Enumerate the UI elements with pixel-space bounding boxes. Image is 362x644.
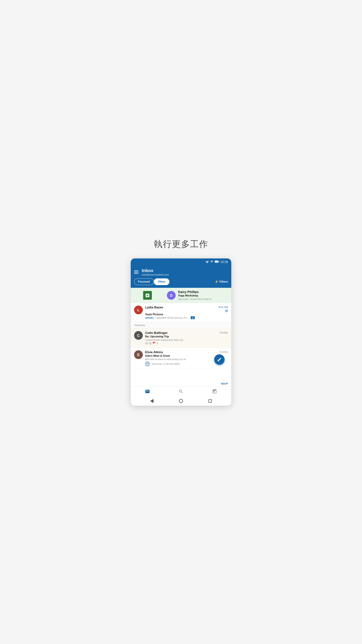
rsvp-label: RSVP [221, 382, 228, 385]
bolt-icon: ⚡ [215, 280, 218, 284]
avatar-colin: C [134, 331, 143, 340]
subject-colin: Re: Upcoming Trip [145, 335, 228, 338]
email-header-elvia: Elvia Atkins Sunday [145, 350, 228, 354]
email-header-lydia: Lydia Bauer 8:31 AM @ [145, 306, 228, 312]
archive-icon [143, 291, 152, 300]
email-body-lydia: Lydia Bauer 8:31 AM @ Team Pictures @Kat… [145, 306, 228, 319]
email-header-daisy: Daisy Phillips [178, 290, 229, 294]
avatar-daisy: D [167, 291, 176, 300]
badge-lydia: 2 [191, 316, 195, 319]
tabs-group: Focused Other [134, 278, 169, 285]
app-bar: Inbox katri@lucernpubintl.com [131, 266, 231, 278]
svg-text:E: E [137, 353, 140, 357]
email-item-lydia[interactable]: L Lydia Bauer 8:31 AM @ Team Pictures @K… [131, 303, 231, 322]
preview-daisy: Hey Katri, I know this is last m [178, 298, 229, 300]
email-item-daisy[interactable]: D Daisy Phillips Yoga Workshop Hey Katri… [131, 288, 231, 303]
subject-daisy: Yoga Workshop [178, 294, 229, 297]
android-nav-bar [131, 396, 231, 406]
hamburger-menu[interactable] [134, 270, 138, 274]
clip-icon-colin: 📎 [148, 342, 152, 345]
flag-icon-colin: 🚩 [152, 342, 156, 345]
at-icon-colin: @ [145, 342, 148, 345]
bottom-nav [131, 386, 231, 396]
inbox-info: Inbox katri@lucernpubintl.com [142, 268, 228, 276]
inbox-title: Inbox [142, 268, 228, 273]
icons-row-colin: @ 📎 🚩 3 [145, 342, 228, 345]
event-time-elvia: Tomorrow, 11:00 AM (30m) [151, 362, 180, 365]
nav-calendar[interactable] [212, 389, 217, 394]
time-lydia: 8:31 AM [219, 306, 228, 308]
section-date-yesterday: Yesterday [131, 322, 231, 328]
subject-lydia: Team Pictures [145, 313, 228, 316]
email-body-colin: Colin Ballinger Sunday Re: Upcoming Trip… [145, 331, 228, 345]
preview-colin: I found these restaurants near our... [145, 338, 228, 341]
sender-daisy: Daisy Phillips [178, 290, 199, 294]
svg-rect-1 [218, 261, 219, 262]
nav-search[interactable] [178, 389, 184, 394]
tab-other[interactable]: Other [154, 278, 169, 285]
preview-text-lydia: I uploaded all the pictures fro... [155, 316, 189, 319]
status-bar: 10:28 [131, 258, 231, 266]
phone-frame: 10:28 Inbox katri@lucernpubintl.com Focu… [131, 258, 231, 406]
time-elvia: Sunday [219, 350, 228, 353]
email-header-colin: Colin Ballinger Sunday [145, 331, 228, 335]
tabs-bar: Focused Other ⚡ Filters [131, 278, 231, 288]
battery-icon [215, 260, 219, 264]
svg-text:L: L [137, 308, 139, 312]
email-content-daisy: D Daisy Phillips Yoga Workshop Hey Katri… [164, 288, 231, 303]
email-list-container: D Daisy Phillips Yoga Workshop Hey Katri… [131, 288, 231, 406]
mention-lydia: @Katri, [145, 316, 154, 319]
compose-fab[interactable] [214, 354, 225, 365]
svg-text:C: C [137, 334, 140, 338]
email-item-colin[interactable]: C Colin Ballinger Sunday Re: Upcoming Tr… [131, 328, 231, 348]
sender-elvia: Elvia Atkins [145, 350, 163, 354]
calendar-icon-elvia [145, 362, 150, 366]
sender-colin: Colin Ballinger [145, 331, 168, 335]
wifi-icon [205, 260, 209, 264]
page-title: 執行更多工作 [154, 238, 208, 250]
sender-lydia: Lydia Bauer [145, 306, 163, 309]
nav-mail[interactable] [145, 389, 150, 394]
signal-icon [210, 260, 213, 264]
android-back-button[interactable] [150, 399, 153, 403]
count-colin: 3 [157, 342, 158, 345]
at-mention-icon-lydia: @ [225, 309, 228, 312]
avatar-elvia: E [134, 350, 143, 359]
filters-button[interactable]: ⚡ Filters [215, 280, 228, 284]
email-body-daisy: Daisy Phillips Yoga Workshop Hey Katri, … [178, 290, 229, 300]
android-recents-button[interactable] [209, 399, 212, 403]
status-time: 10:28 [220, 260, 228, 264]
swipe-archive-action [131, 288, 164, 303]
svg-text:D: D [170, 293, 173, 298]
android-home-button[interactable] [179, 399, 183, 403]
svg-rect-2 [215, 261, 218, 262]
tab-focused[interactable]: Focused [134, 278, 154, 285]
avatar-lydia: L [134, 306, 143, 314]
preview-lydia: @Katri, I uploaded all the pictures fro.… [145, 316, 228, 319]
time-colin: Sunday [219, 331, 228, 334]
filters-label: Filters [219, 280, 228, 284]
inbox-email: katri@lucernpubintl.com [142, 273, 228, 276]
